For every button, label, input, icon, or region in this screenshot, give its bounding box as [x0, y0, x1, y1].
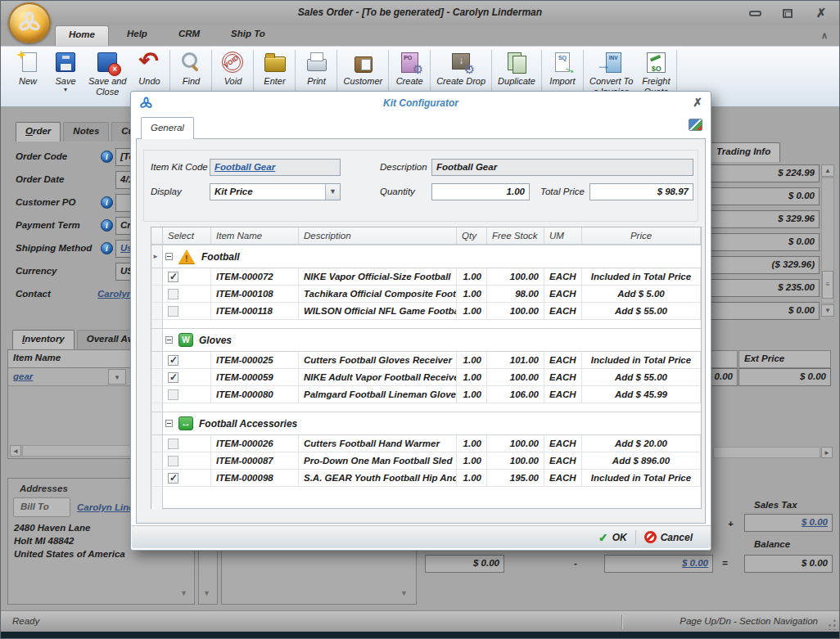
select-checkbox[interactable] [168, 456, 178, 466]
save-icon [53, 50, 78, 74]
toolbar-create-button[interactable]: Create [391, 50, 428, 87]
app-logo-icon[interactable] [8, 2, 51, 43]
select-checkbox[interactable] [168, 372, 178, 383]
info-icon[interactable] [101, 196, 113, 209]
info-icon[interactable] [101, 219, 113, 232]
collapse-icon[interactable] [165, 336, 173, 344]
titlebar[interactable]: Sales Order - [To be generated] - Caroly… [1, 1, 839, 25]
toolbar-new-button[interactable]: New [9, 50, 47, 87]
inventory-dropdown-button[interactable]: ▾ [108, 369, 126, 385]
ribbon-tab-ship-to[interactable]: Ship To [218, 25, 278, 46]
col-price[interactable]: Price [582, 227, 701, 245]
duplicate-label: Duplicate [498, 76, 535, 87]
um-cell: EACH [544, 268, 582, 286]
toolbar-save-button[interactable]: Save▾ [47, 50, 84, 92]
bill-to-button[interactable]: Bill To [13, 497, 70, 517]
tab-general[interactable]: General [141, 117, 194, 139]
select-cell [163, 435, 211, 452]
display-combobox[interactable]: Kit Price ▼ [210, 183, 341, 200]
col-item-name[interactable]: Item Name [211, 227, 299, 245]
select-checkbox[interactable] [168, 306, 178, 317]
toolbar-createdrop-button[interactable]: Create Drop [432, 50, 490, 87]
layout-icon[interactable] [689, 119, 702, 131]
collapse-icon[interactable] [165, 253, 173, 260]
kit-group-row-football[interactable]: ►Football [151, 245, 701, 268]
select-checkbox[interactable] [168, 272, 178, 282]
combo-dropdown-icon[interactable]: ▼ [325, 184, 340, 200]
addresses-scroll-down-icon[interactable]: ▼ [180, 589, 187, 597]
narrow-panel-scroll-down-icon[interactable]: ▼ [203, 589, 210, 597]
item-kit-code-field[interactable]: Football Gear [210, 159, 341, 176]
kit-item-row[interactable]: ITEM-000118WILSON Official NFL Game Foot… [151, 303, 701, 320]
order-tab-order[interactable]: Order [16, 122, 61, 142]
item-name-cell: ITEM-000087 [211, 452, 299, 470]
inventory-tab-inventory[interactable]: Inventory [12, 330, 75, 349]
toolbar-print-button[interactable]: Print [297, 50, 335, 87]
dialog-titlebar[interactable]: Kit Configurator ✗ [131, 92, 711, 115]
kit-item-row[interactable]: ITEM-000025Cutters Football Gloves Recei… [151, 352, 701, 369]
cancel-button[interactable]: Cancel [636, 531, 701, 543]
vscroll-up-arrow-icon[interactable]: ▲ [821, 164, 834, 177]
toolbar-duplicate-button[interactable]: Duplicate [494, 50, 540, 87]
vscroll-down-arrow-icon[interactable]: ▼ [821, 304, 834, 317]
hscroll-left-arrow-icon[interactable]: ◄ [10, 445, 21, 457]
col-description[interactable]: Description [299, 227, 457, 245]
kit-item-row[interactable]: ITEM-000108Tachikara Official Composite … [151, 286, 701, 303]
info-icon[interactable] [101, 242, 113, 254]
select-checkbox[interactable] [168, 389, 178, 400]
select-checkbox[interactable] [168, 289, 178, 299]
col-select[interactable]: Select [163, 227, 211, 245]
toolbar-import-button[interactable]: Import [544, 50, 581, 87]
select-checkbox[interactable] [168, 439, 178, 449]
select-cell [163, 303, 211, 320]
toolbar-find-button[interactable]: Find [172, 50, 210, 87]
ribbon-tab-crm[interactable]: CRM [165, 25, 213, 46]
kit-table-header: Select Item Name Description Qty Free St… [151, 227, 701, 245]
select-checkbox[interactable] [168, 355, 178, 366]
print-icon [304, 50, 328, 74]
kit-group-row-gloves[interactable]: Gloves [151, 328, 701, 352]
col-free-stock[interactable]: Free Stock [487, 227, 544, 245]
bill-to-contact-link[interactable]: Carolyn Lind [77, 502, 134, 512]
inventory-item-link[interactable]: gear [13, 371, 33, 381]
kit-group-row-football-accessories[interactable]: Football Accessories [151, 412, 701, 435]
kit-item-row[interactable]: ITEM-000087Pro-Down One Man Football Sle… [151, 452, 701, 470]
toolbar-undo-button[interactable]: Undo [130, 50, 168, 87]
toolbar-void-button[interactable]: Void [214, 50, 251, 87]
ok-button[interactable]: ✓ OK [590, 531, 635, 544]
maximize-button[interactable] [780, 7, 795, 19]
ribbon-tab-help[interactable]: Help [114, 25, 160, 46]
select-checkbox[interactable] [168, 473, 178, 484]
quantity-field[interactable]: 1.00 [431, 183, 530, 200]
select-cell [163, 268, 211, 286]
col-um[interactable]: UM [544, 227, 582, 245]
hscroll-right-arrow-icon[interactable]: ► [821, 447, 833, 458]
toolbar-saveclose-button[interactable]: Save andClose [84, 50, 130, 97]
toolbar-customer-button[interactable]: Customer [339, 50, 386, 87]
col-qty[interactable]: Qty [457, 227, 487, 245]
kit-item-row[interactable]: ITEM-000072NIKE Vapor Official-Size Foot… [151, 268, 701, 286]
dialog-close-icon[interactable]: ✗ [693, 96, 701, 109]
collapse-icon[interactable] [165, 420, 173, 427]
kit-item-row[interactable]: ITEM-000059NIKE Adult Vapor Football Rec… [151, 369, 701, 386]
sales-tax-field[interactable]: $ 0.00 [744, 514, 833, 532]
kit-item-row[interactable]: ITEM-000026Cutters Football Hand Warmer1… [151, 435, 701, 452]
toolbar-enter-button[interactable]: Enter [255, 50, 293, 87]
vscroll-thumb[interactable]: ≡ [822, 271, 833, 299]
kit-item-row[interactable]: ITEM-000098S.A. GEAR Youth Football Hip … [151, 470, 701, 487]
kit-form: Item Kit Code Football Gear Description … [143, 150, 698, 222]
row-indicator [151, 268, 163, 286]
save-dropdown-caret-icon[interactable]: ▾ [64, 87, 67, 92]
resize-grip[interactable] [825, 619, 837, 630]
ribbon-collapse-chevron-icon[interactable]: ∧ [821, 30, 828, 41]
close-button[interactable]: ✗ [813, 7, 828, 19]
minimize-button[interactable] [747, 7, 762, 19]
kit-item-row[interactable]: ITEM-000080Palmgard Football Lineman Glo… [151, 386, 701, 403]
order-tab-notes[interactable]: Notes [63, 122, 109, 142]
amount-paid-field[interactable]: $ 0.00 [604, 555, 713, 573]
tab-trading-info[interactable]: Trading Info [707, 142, 780, 162]
ribbon-tab-home[interactable]: Home [55, 25, 109, 46]
wide-panel-scroll-down-icon[interactable]: ▼ [400, 589, 408, 597]
items-grid-hscrollbar[interactable] [713, 447, 820, 458]
info-icon[interactable] [101, 151, 113, 163]
